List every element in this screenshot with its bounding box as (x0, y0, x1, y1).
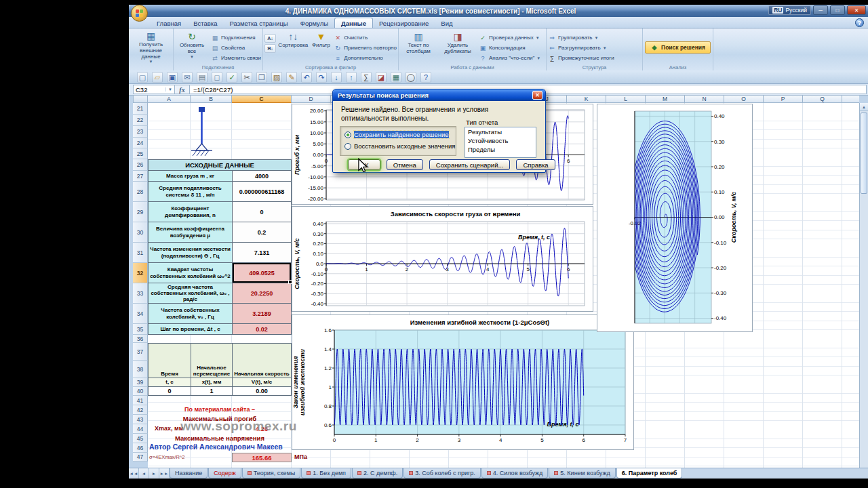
paste-icon[interactable]: ▨ (271, 72, 282, 83)
sort-button[interactable]: ↑↓ Сортировка (278, 30, 309, 64)
sheet-nav-4[interactable]: ►► (159, 468, 170, 479)
row-header-36[interactable]: 36 (133, 335, 148, 343)
ribbon-tab-3[interactable]: Разметка страницы (223, 18, 294, 28)
param-value-cell[interactable]: 0.02 (232, 324, 292, 335)
save-scenario-button[interactable]: Сохранить сценарий... (429, 159, 511, 170)
radio-restore-values[interactable]: Восстановить исходные значения (344, 142, 455, 150)
ribbon-help-icon[interactable]: ? (855, 18, 864, 27)
sheet-tab-1[interactable]: Название (170, 468, 208, 479)
column-header-Q[interactable]: Q (803, 96, 842, 103)
param-value-cell[interactable]: 0.2 (232, 222, 292, 243)
solver-button[interactable]: ◆ Поиск решения (645, 41, 711, 54)
column-header-R[interactable]: R (842, 96, 859, 103)
row-header-39[interactable]: 39 (133, 378, 148, 387)
ribbon-tab-1[interactable]: Главная (151, 18, 187, 28)
email-icon[interactable]: ✉ (182, 72, 193, 83)
row-header-41[interactable]: 41 (133, 396, 148, 405)
refresh-all-button[interactable]: ↻ Обновить все ▼ (175, 30, 209, 64)
column-header-N[interactable]: N (685, 96, 724, 103)
row-header-22[interactable]: 22 (133, 115, 148, 126)
chart-phase-portrait[interactable]: -0.020.400.300.200.100.00-0.10-0.20-0.30… (597, 104, 753, 332)
cancel-button[interactable]: Отмена (387, 159, 423, 170)
maximize-button[interactable]: □ (830, 5, 845, 15)
print-icon[interactable]: ▤ (197, 72, 208, 83)
sheet-nav-2[interactable]: ◄ (139, 468, 149, 479)
new-document-icon[interactable]: ▢ (137, 72, 148, 83)
spelling-icon[interactable]: ✓ (226, 72, 237, 83)
row-header-38[interactable]: 38 (133, 361, 148, 378)
scroll-up-icon[interactable]: ▲ (860, 103, 868, 111)
ribbon-button-ungroup[interactable]: ⇐Разгруппировать▼ (548, 43, 614, 52)
report-type-list[interactable]: РезультатыУстойчивостьПределы (465, 127, 536, 158)
sheet-tab-9[interactable]: 6. Параметр колеб (616, 468, 683, 479)
row-header-40[interactable]: 40 (133, 387, 148, 396)
sheet-tab-4[interactable]: 1. Без демп (301, 468, 351, 479)
get-external-data-button[interactable]: ▦ Получить внешние данные ▼ (130, 30, 172, 64)
print-preview-icon[interactable]: ◻ (212, 72, 222, 83)
chart-wizard-icon[interactable]: ◪ (376, 72, 387, 83)
param-value-cell[interactable]: 409.0525 (232, 263, 292, 283)
param-value-cell[interactable]: 0 (232, 202, 292, 222)
ribbon-tab-4[interactable]: Формулы (294, 18, 334, 28)
row-header-29[interactable]: 29 (133, 202, 148, 222)
row-header-43[interactable]: 43 (133, 415, 148, 424)
param-value-cell[interactable]: 20.2250 (232, 283, 292, 304)
scrollbar-thumb[interactable] (861, 113, 867, 194)
close-button[interactable]: ✕ (847, 5, 866, 15)
open-icon[interactable]: ▱ (152, 72, 163, 83)
language-indicator[interactable]: RU Русский (768, 5, 811, 15)
sort-ascending-icon[interactable]: ↓ (331, 72, 342, 83)
copy-icon[interactable]: ❐ (256, 72, 267, 83)
dialog-titlebar[interactable]: Результаты поиска решения ✕ (333, 89, 545, 101)
row-header-26[interactable]: 26 (133, 159, 148, 171)
ribbon-button-what-if-analysis[interactable]: ?Анализ "что-если"▼ (479, 54, 540, 62)
minimize-button[interactable]: ─ (813, 5, 828, 15)
insert-function-button[interactable]: fx (175, 85, 190, 94)
save-icon[interactable]: ▣ (167, 72, 178, 83)
row-header-23[interactable]: 23 (133, 126, 148, 138)
row-header-30[interactable]: 30 (133, 222, 148, 243)
sheet-nav-3[interactable]: ► (149, 468, 159, 479)
chart-stiffness[interactable]: 012345671.61.41.210.80.6Изменения изгибн… (292, 314, 634, 450)
ribbon-tab-2[interactable]: Вставка (187, 18, 223, 28)
report-type-option-2[interactable]: Устойчивость (465, 136, 536, 145)
param-value-cell[interactable]: 4000 (232, 171, 292, 182)
ribbon-button-advanced-filter[interactable]: ≡Дополнительно (334, 54, 397, 62)
sheet-tab-8[interactable]: 5. Кинем возбужд (549, 468, 615, 479)
ribbon-button-clear-filter[interactable]: ✕Очистить (334, 33, 397, 42)
row-header-28[interactable]: 28 (133, 182, 148, 202)
sheet-tab-6[interactable]: 3. Соб колеб с пригр. (403, 468, 481, 479)
office-button[interactable] (131, 5, 148, 22)
remove-duplicates-button[interactable]: ◨ Удалить дубликаты (439, 30, 477, 64)
zoom-icon[interactable]: ◯ (406, 72, 416, 83)
row-header-34[interactable]: 34 (133, 304, 148, 324)
ribbon-button-edit-links[interactable]: ⇄Изменить связи (211, 54, 261, 62)
autosum-icon[interactable]: ∑ (361, 72, 372, 83)
row-header-21[interactable]: 21 (133, 103, 148, 115)
column-header-K[interactable]: K (567, 96, 606, 103)
ribbon-button-group[interactable]: ⇒Группировать▼ (548, 33, 614, 42)
sheet-nav-1[interactable]: ◄◄ (129, 468, 139, 479)
ribbon-button-reapply-filter[interactable]: ↻Применить повторно (334, 43, 397, 52)
row-header-32[interactable]: 32 (133, 263, 148, 283)
undo-icon[interactable]: ↶ (301, 72, 312, 83)
param-value-cell[interactable]: 0.000000611168 (232, 182, 292, 202)
sort-descending-icon[interactable]: ↑ (346, 72, 357, 83)
sheet-tab-7[interactable]: 4. Силов возбужд (481, 468, 549, 479)
radio-keep-solution[interactable]: Сохранить найденное решение (344, 131, 449, 138)
sheet-tab-2[interactable]: Содерж (208, 468, 241, 479)
column-header-L[interactable]: L (606, 96, 646, 103)
ribbon-button-subtotal[interactable]: ∑Промежуточные итоги (548, 54, 614, 62)
help-icon[interactable]: ? (420, 72, 431, 83)
row-header-44[interactable]: 44 (133, 424, 148, 434)
param-value-cell[interactable]: 7.131 (232, 243, 292, 263)
column-header-M[interactable]: M (646, 96, 685, 103)
ribbon-tab-7[interactable]: Вид (435, 18, 458, 28)
row-header-37[interactable]: 37 (133, 343, 148, 361)
column-header-P[interactable]: P (764, 96, 803, 103)
column-header-C[interactable]: C (232, 96, 292, 103)
column-header-A[interactable]: A (148, 96, 191, 103)
row-header-46[interactable]: 46 (133, 443, 148, 453)
report-type-option-1[interactable]: Результаты (465, 127, 536, 136)
chart-velocity[interactable]: 01234560.400.300.200.100.0-0.10-0.20-0.3… (292, 206, 593, 312)
